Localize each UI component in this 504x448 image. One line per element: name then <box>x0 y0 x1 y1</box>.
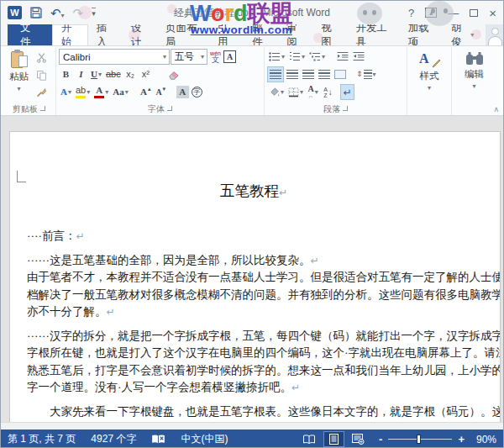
grow-font-button[interactable]: A▴ <box>139 84 153 100</box>
tab-插入[interactable]: 插入 <box>88 24 123 45</box>
tab-审阅[interactable]: 审阅 <box>278 24 312 45</box>
document-text-line[interactable]: 熟悉五笔后，打字是不会意识着初学时候的拆字的。想来这一点和我们当年上幼儿园，上小… <box>27 362 500 380</box>
strikethrough-button[interactable]: abc <box>104 66 123 82</box>
customize-qat-icon[interactable]: ▾ <box>92 8 96 18</box>
maximize-button[interactable] <box>470 9 478 17</box>
multilevel-list-button[interactable]: ▾ <box>307 49 327 65</box>
tab-file[interactable]: 文件 <box>8 24 52 45</box>
help-button[interactable]: ? <box>408 7 414 19</box>
cut-button[interactable] <box>34 50 49 66</box>
shrink-font-button[interactable]: A▾ <box>154 84 168 100</box>
page-number-indicator[interactable]: 第 1 页, 共 7 页 <box>8 432 83 446</box>
format-painter-button[interactable] <box>34 85 49 101</box>
tab-页面布局[interactable]: 页面布局 <box>157 24 209 45</box>
web-layout-view-button[interactable] <box>348 432 369 446</box>
word-logo-icon[interactable]: W <box>8 6 22 19</box>
print-layout-view-button[interactable] <box>323 431 344 447</box>
clipboard-group: 粘贴 ▾ 剪贴板 <box>3 47 56 115</box>
collapse-ribbon-button[interactable]: ∧ <box>493 105 499 113</box>
document-page[interactable]: 五笔教程↵ ····前言：↵······这是五笔基础的全部，因为是全部，所以比较… <box>9 131 501 430</box>
document-text-line[interactable]: ······这是五笔基础的全部，因为是全部，所以比较复杂。↵ <box>27 252 500 270</box>
word-count-indicator[interactable]: 4927 个字 <box>83 432 144 446</box>
zoom-percentage[interactable]: 90% <box>468 434 496 445</box>
document-text-line[interactable]: 档解决了一般五笔教材对很多概念模糊不清的问题。并有独到的分析。这些问题有很多电脑… <box>27 287 500 304</box>
align-right-button[interactable] <box>301 66 316 82</box>
zoom-in-button[interactable]: + <box>458 433 465 445</box>
text-effects-button[interactable]: A▾ <box>59 84 73 100</box>
tab-加载项[interactable]: 加载项 <box>400 24 444 45</box>
font-size-combobox[interactable]: 五号▾ <box>171 49 207 65</box>
close-button[interactable]: × <box>489 6 496 20</box>
title-bar: W ↶▾ ↷ ▾ 经典五笔教程.doc - Microsoft Word ? ▲… <box>1 1 503 24</box>
clear-formatting-button[interactable] <box>166 66 181 82</box>
show-hide-marks-button[interactable]: ↵ <box>340 84 354 100</box>
save-icon[interactable] <box>30 7 42 18</box>
styles-button[interactable]: A 样式 ▾ <box>410 48 449 93</box>
tab-设计[interactable]: 设计 <box>123 24 157 45</box>
character-shading-button[interactable]: A <box>176 86 189 98</box>
highlight-color-button[interactable]: ab▾ <box>74 84 92 100</box>
document-paragraph: 大家先来看一下字根键盘，也就是五笔字根表。这些像日本文字的，就是字根（码元）。这… <box>27 403 500 421</box>
increase-indent-button[interactable] <box>351 49 366 65</box>
read-mode-view-button[interactable] <box>298 433 320 446</box>
proofing-status-icon[interactable] <box>144 434 173 445</box>
italic-button[interactable]: I <box>74 66 88 82</box>
justify-button[interactable] <box>317 66 332 82</box>
sort-button[interactable]: AZ↓ <box>321 84 335 100</box>
document-text-line[interactable]: 由于笔者不才，本教程并不适合没有一点基础人士学习。但是很适合对五笔有一定了解的人… <box>27 269 500 287</box>
undo-button[interactable]: ↶▾ <box>50 7 65 19</box>
document-heading[interactable]: 五笔教程↵ <box>27 181 480 201</box>
paste-button[interactable]: 粘贴 ▾ <box>5 48 33 101</box>
tab-视图[interactable]: 视图 <box>312 24 347 45</box>
font-name-caret[interactable]: ▾ <box>160 53 169 61</box>
shading-button[interactable]: ▾ <box>267 84 286 100</box>
underline-button[interactable]: U▾ <box>89 66 103 82</box>
tab-胡俊[interactable]: 胡俊▾ <box>443 24 482 45</box>
font-size-caret[interactable]: ▾ <box>198 53 207 61</box>
document-text-line[interactable]: 字一个道理。没有·人写一个字会想着横竖撇捺折吧。↵ <box>27 379 500 397</box>
tab-邮件[interactable]: 邮件 <box>244 24 278 45</box>
font-color-button[interactable]: A▾ <box>92 84 110 100</box>
document-paragraph: ······汉字的拆分，就是把一个字拆成字根，五笔，每四个键（码）就能打出一个字… <box>27 328 500 397</box>
bullets-button[interactable]: ▾ <box>267 49 286 65</box>
user-avatar[interactable] <box>486 24 503 45</box>
tab-开发工具[interactable]: 开发工具 <box>347 24 399 45</box>
horizontal-scrollbar-area[interactable] <box>1 422 503 430</box>
change-case-button[interactable]: Aa▾ <box>111 84 129 100</box>
document-text-line[interactable]: ······汉字的拆分，就是把一个字拆成字根，五笔，每四个键（码）就能打出一个字… <box>27 328 500 345</box>
copy-button[interactable] <box>34 67 49 83</box>
language-indicator[interactable]: 中文(中国) <box>173 432 235 446</box>
borders-button[interactable]: ▾ <box>286 84 305 100</box>
tab-引用[interactable]: 引用 <box>209 24 244 45</box>
redo-button[interactable]: ↷ <box>73 7 84 19</box>
font-dialog-launcher[interactable] <box>167 106 172 111</box>
document-text-line[interactable]: 大家先来看一下字根键盘，也就是五笔字根表。这些像日本文字的，就是字根（码元）。这… <box>27 403 500 421</box>
bold-button[interactable]: B <box>59 66 73 82</box>
minimize-button[interactable]: — <box>448 7 459 19</box>
align-center-button[interactable] <box>285 66 300 82</box>
phonetic-guide-button[interactable]: wén文 <box>208 49 223 65</box>
numbering-button[interactable]: ▾ <box>287 49 307 65</box>
decrease-indent-button[interactable] <box>335 49 350 65</box>
paste-dropdown-caret[interactable]: ▾ <box>17 85 20 92</box>
enclose-characters-button[interactable]: 字 <box>190 84 204 100</box>
asian-layout-button[interactable]: A⇔▾ <box>306 84 320 100</box>
ribbon-display-options-icon[interactable]: ▲ <box>425 8 437 18</box>
tab-开始[interactable]: 开始 <box>52 24 88 46</box>
document-text-line[interactable]: ····前言：↵ <box>27 228 500 245</box>
document-text-line[interactable]: 亦不十分了解。↵ <box>27 303 500 321</box>
character-border-button[interactable]: A <box>223 50 236 63</box>
zoom-slider-handle[interactable] <box>417 435 421 444</box>
superscript-button[interactable]: x² <box>139 66 153 82</box>
document-text-line[interactable]: 字根所在键，也就是打入了这个汉字在电脑里的四个编码，这个·字就出现在电脑屏幕上了… <box>27 345 500 362</box>
paragraph-dialog-launcher[interactable] <box>343 106 348 111</box>
zoom-slider-track[interactable] <box>388 439 452 440</box>
distribute-text-button[interactable] <box>333 66 348 82</box>
align-left-button[interactable] <box>267 66 284 82</box>
line-spacing-button[interactable]: ⇕▾ <box>354 66 378 82</box>
subscript-button[interactable]: x₂ <box>123 66 138 82</box>
clipboard-dialog-launcher[interactable] <box>40 106 45 111</box>
editing-button[interactable]: 编辑 ▾ <box>454 48 494 92</box>
zoom-out-button[interactable]: - <box>379 433 382 445</box>
font-name-combobox[interactable]: Calibri▾ <box>59 49 170 65</box>
